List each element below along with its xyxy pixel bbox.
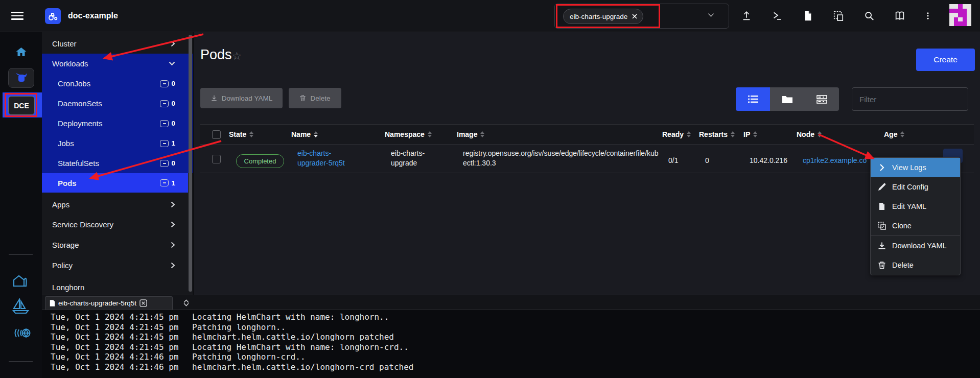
trash-icon — [299, 94, 306, 102]
sidebar-item-storage[interactable]: Storage — [42, 235, 188, 255]
download-icon — [878, 242, 886, 250]
file-icon[interactable] — [802, 10, 813, 21]
grid-view-toggle[interactable] — [805, 87, 839, 111]
sidebar-item-label: Cluster — [42, 39, 77, 48]
identicon — [949, 4, 971, 26]
sidebar-item-longhorn[interactable]: Longhorn — [42, 277, 188, 295]
sidebar-item-policy[interactable]: Policy — [42, 255, 188, 275]
row-checkbox[interactable] — [212, 155, 221, 163]
longhorn-icon[interactable] — [12, 274, 29, 288]
rail-divider — [9, 361, 33, 362]
upload-icon[interactable] — [741, 10, 752, 21]
bull-cluster-icon — [15, 73, 28, 84]
sidebar-item-jobs[interactable]: Jobs 1 — [42, 133, 188, 153]
count-badge-icon — [160, 179, 169, 186]
log-line: Tue, Oct 1 2024 4:21:45 pmhelmchart.helm… — [42, 332, 980, 342]
panel-resize-toggle[interactable] — [180, 297, 192, 309]
sidebar-item-daemonsets[interactable]: DaemonSets 0 — [42, 93, 188, 113]
menu-item-clone[interactable]: Clone — [871, 216, 960, 235]
sidebar-item-label: Workloads — [42, 59, 88, 68]
count-value: 0 — [171, 120, 175, 127]
pod-ip: 10.42.0.216 — [750, 156, 787, 166]
download-yaml-button[interactable]: Download YAML — [200, 88, 283, 108]
remove-tag-icon[interactable] — [632, 13, 638, 19]
column-header-ready[interactable]: Ready — [662, 125, 691, 144]
page-title: Pods — [200, 47, 232, 63]
chevron-right-icon — [171, 262, 175, 269]
chevron-right-icon — [171, 201, 175, 208]
sidebar-item-pods[interactable]: Pods 1 — [42, 173, 188, 193]
create-button[interactable]: Create — [916, 49, 975, 71]
sidebar-item-service-discovery[interactable]: Service Discovery — [42, 215, 188, 234]
menu-item-view-logs[interactable]: View Logs — [871, 158, 960, 177]
pod-name-link[interactable]: eib-charts-upgrader-5rq5t — [297, 149, 360, 168]
sort-icon — [753, 131, 757, 137]
column-header-restarts[interactable]: Restarts — [699, 125, 735, 144]
sidebar-scrollbar[interactable] — [189, 35, 192, 292]
menu-item-label: Delete — [892, 261, 914, 269]
search-icon[interactable] — [864, 10, 875, 21]
pod-node-link[interactable]: cp1rke2.example.co — [803, 156, 877, 166]
namespace-filter-tag[interactable]: eib-charts-upgrade — [563, 9, 643, 24]
sidebar-item-deployments[interactable]: Deployments 0 — [42, 113, 188, 133]
column-header-state[interactable]: State — [229, 125, 253, 144]
delete-button[interactable]: Delete — [289, 88, 341, 108]
count-value: 0 — [171, 159, 175, 167]
left-rail: DCE — [0, 32, 42, 378]
namespace-filter-dropdown[interactable]: eib-charts-upgrade — [554, 4, 729, 29]
sidebar-item-label: StatefulSets — [42, 159, 99, 168]
fleet-sailboat-icon[interactable] — [12, 298, 30, 314]
pod-table-row[interactable]: Completed eib-charts-upgrader-5rq5t eib-… — [200, 144, 974, 173]
menu-item-edit-config[interactable]: Edit Config — [871, 177, 960, 197]
sidebar-item-label: Policy — [42, 261, 73, 270]
log-tab[interactable]: eib-charts-upgrader-5rq5t — [45, 296, 173, 310]
sort-icon — [480, 131, 484, 137]
column-header-age[interactable]: Age — [884, 125, 904, 144]
user-avatar[interactable] — [949, 4, 971, 26]
status-badge-completed: Completed — [236, 154, 284, 168]
home-icon[interactable] — [15, 46, 28, 58]
sidebar-item-statefulsets[interactable]: StatefulSets 0 — [42, 153, 188, 173]
menu-item-label: Download YAML — [892, 242, 947, 250]
column-header-ip[interactable]: IP — [743, 125, 757, 144]
log-tab-label: eib-charts-upgrader-5rq5t — [58, 299, 136, 307]
menu-item-delete[interactable]: Delete — [871, 255, 960, 275]
hamburger-menu-icon[interactable] — [11, 12, 24, 20]
cluster-badge-dce[interactable]: DCE — [8, 96, 35, 115]
sidebar-item-cluster[interactable]: Cluster — [42, 34, 188, 54]
file-icon — [50, 300, 55, 306]
folder-view-icon — [782, 95, 792, 103]
list-view-toggle[interactable] — [736, 87, 770, 111]
kubewarden-icon[interactable] — [12, 328, 31, 338]
column-header-namespace[interactable]: Namespace — [385, 125, 432, 144]
menu-item-edit-yaml[interactable]: Edit YAML — [871, 197, 960, 216]
menu-item-label: Edit YAML — [892, 202, 926, 210]
nav-sidebar: Cluster Workloads CronJobs 0 DaemonSets … — [42, 32, 193, 295]
rancher-logo[interactable] — [45, 8, 61, 24]
menu-item-download-yaml[interactable]: Download YAML — [871, 236, 960, 255]
log-line: Tue, Oct 1 2024 4:21:45 pmLocating HelmC… — [42, 342, 980, 352]
sidebar-item-workloads[interactable]: Workloads — [42, 54, 188, 74]
count-badge-icon — [160, 140, 169, 147]
cluster-switcher-button[interactable] — [8, 68, 34, 88]
chevron-right-icon — [171, 221, 175, 228]
column-header-image[interactable]: Image — [457, 125, 484, 144]
column-header-node[interactable]: Node — [797, 125, 822, 144]
sidebar-item-cronjobs[interactable]: CronJobs 0 — [42, 74, 188, 93]
select-all-checkbox[interactable] — [212, 130, 221, 139]
column-header-name[interactable]: Name — [291, 125, 318, 144]
sidebar-item-label: DaemonSets — [42, 99, 102, 108]
pencil-icon — [878, 183, 886, 191]
favorite-star-icon[interactable]: ☆ — [232, 50, 242, 62]
import-yaml-icon[interactable] — [833, 10, 844, 21]
docs-book-icon[interactable] — [894, 10, 905, 21]
sidebar-item-apps[interactable]: Apps — [42, 195, 188, 215]
log-tab-bar: eib-charts-upgrader-5rq5t — [42, 295, 980, 310]
close-tab-icon[interactable] — [139, 299, 147, 307]
chevron-right-icon — [171, 242, 175, 248]
folder-view-toggle[interactable] — [770, 87, 804, 111]
sort-icon — [249, 131, 253, 137]
kebab-menu-icon[interactable] — [923, 10, 932, 21]
kubectl-shell-icon[interactable] — [772, 10, 783, 21]
filter-input[interactable] — [852, 87, 968, 111]
